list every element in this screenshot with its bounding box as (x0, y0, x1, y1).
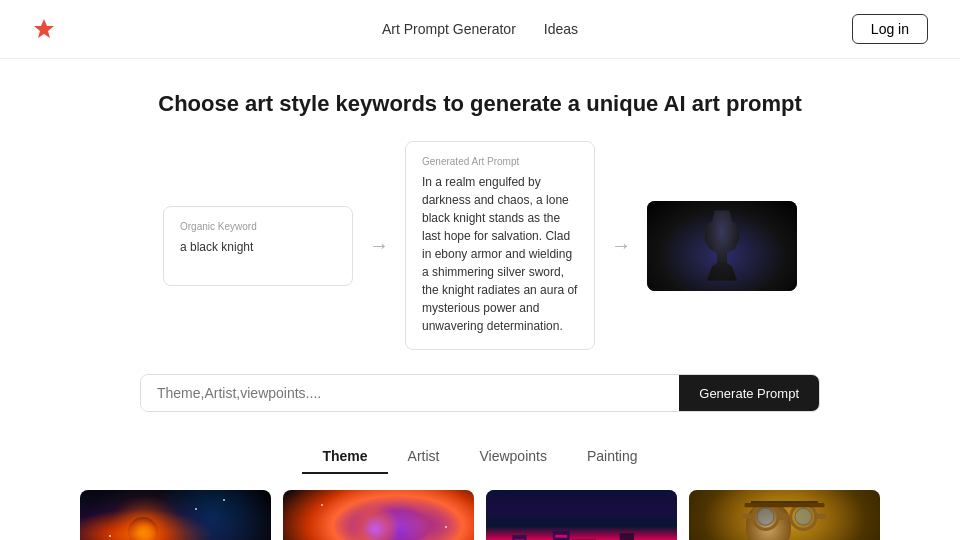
main-nav: Art Prompt Generator Ideas (382, 21, 578, 37)
hero-section: Choose art style keywords to generate a … (0, 59, 960, 141)
logo-icon (32, 17, 56, 41)
svg-rect-22 (745, 503, 825, 507)
organic-label: Organic Keyword (180, 221, 336, 232)
generated-label: Generated Art Prompt (422, 156, 578, 167)
nav-ideas[interactable]: Ideas (544, 21, 578, 37)
svg-rect-2 (512, 535, 526, 540)
header: Art Prompt Generator Ideas Log in (0, 0, 960, 59)
svg-rect-19 (742, 513, 753, 518)
logo-area (32, 17, 56, 41)
svg-rect-18 (778, 513, 789, 519)
grid-image-cyberpunk (486, 490, 677, 540)
grid-item-cyberpunk[interactable]: Cyberpunk (486, 490, 677, 540)
page-title: Choose art style keywords to generate a … (0, 91, 960, 117)
tab-artist[interactable]: Artist (388, 440, 460, 474)
grid-image-steampunk (689, 490, 880, 540)
organic-value: a black knight (180, 238, 336, 256)
organic-keyword-card: Organic Keyword a black knight (163, 206, 353, 286)
svg-rect-7 (620, 533, 634, 540)
arrow-right-icon-1: → (369, 234, 389, 257)
tab-painting[interactable]: Painting (567, 440, 658, 474)
generated-prompt-card: Generated Art Prompt In a realm engulfed… (405, 141, 595, 350)
svg-point-17 (795, 508, 812, 525)
demo-result-image (647, 201, 797, 291)
search-input[interactable] (141, 375, 679, 411)
image-grid: galaxy nebula (0, 490, 960, 540)
svg-rect-11 (555, 535, 567, 538)
tabs-section: Theme Artist Viewpoints Painting (0, 440, 960, 490)
grid-item-steampunk[interactable]: Steampunk (689, 490, 880, 540)
grid-image-galaxy (80, 490, 271, 540)
grid-item-nebula[interactable]: nebula (283, 490, 474, 540)
generated-text: In a realm engulfed by darkness and chao… (422, 173, 578, 335)
demo-section: Organic Keyword a black knight → Generat… (0, 141, 960, 374)
arrow-right-icon-2: → (611, 234, 631, 257)
generate-button[interactable]: Generate Prompt (679, 375, 819, 411)
knight-silhouette (697, 211, 747, 281)
search-bar: Generate Prompt (140, 374, 820, 412)
search-section: Generate Prompt (0, 374, 960, 440)
grid-image-nebula (283, 490, 474, 540)
login-button[interactable]: Log in (852, 14, 928, 44)
svg-point-15 (757, 508, 774, 525)
tab-theme[interactable]: Theme (302, 440, 387, 474)
tab-viewpoints[interactable]: Viewpoints (459, 440, 566, 474)
grid-item-galaxy[interactable]: galaxy (80, 490, 271, 540)
nav-art-prompt[interactable]: Art Prompt Generator (382, 21, 516, 37)
svg-rect-20 (816, 513, 827, 518)
svg-marker-0 (34, 19, 54, 38)
